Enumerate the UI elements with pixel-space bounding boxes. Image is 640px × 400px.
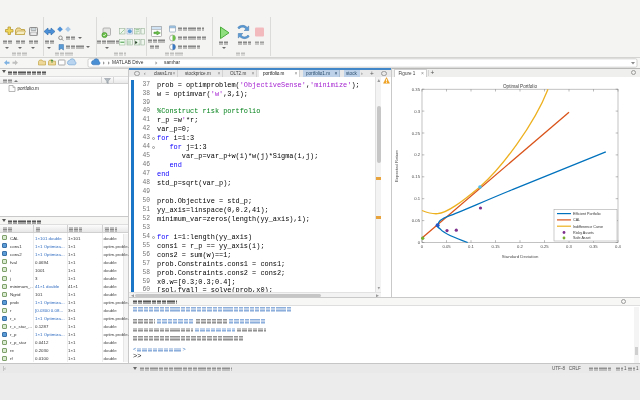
svg-text:0.2: 0.2 <box>517 244 523 249</box>
svg-text:0.3: 0.3 <box>566 244 572 249</box>
svg-text:0.3: 0.3 <box>414 109 420 114</box>
svg-text:0.1: 0.1 <box>414 196 420 201</box>
svg-text:0.35: 0.35 <box>589 244 598 249</box>
svg-text:CAL: CAL <box>573 218 580 222</box>
svg-text:0.2: 0.2 <box>414 152 420 157</box>
svg-text:Safe Asset: Safe Asset <box>573 236 591 240</box>
svg-text:Standard Deviation: Standard Deviation <box>502 254 539 259</box>
svg-text:Optimal Portfolio: Optimal Portfolio <box>503 84 537 89</box>
svg-text:0.35: 0.35 <box>412 87 421 92</box>
svg-text:Expected Return: Expected Return <box>394 149 399 182</box>
svg-text:0: 0 <box>421 244 424 249</box>
svg-text:0.05: 0.05 <box>442 244 451 249</box>
svg-text:0.4: 0.4 <box>615 244 621 249</box>
svg-text:0.25: 0.25 <box>412 131 421 136</box>
svg-text:0.15: 0.15 <box>491 244 500 249</box>
svg-text:Efficient Portfolio: Efficient Portfolio <box>573 212 601 216</box>
svg-text:0.15: 0.15 <box>412 174 421 179</box>
svg-text:Indifference Curve: Indifference Curve <box>573 225 603 229</box>
svg-text:0.25: 0.25 <box>540 244 549 249</box>
svg-text:0.1: 0.1 <box>468 244 474 249</box>
svg-text:0.05: 0.05 <box>412 218 421 223</box>
svg-text:Risky Assets: Risky Assets <box>573 231 594 235</box>
